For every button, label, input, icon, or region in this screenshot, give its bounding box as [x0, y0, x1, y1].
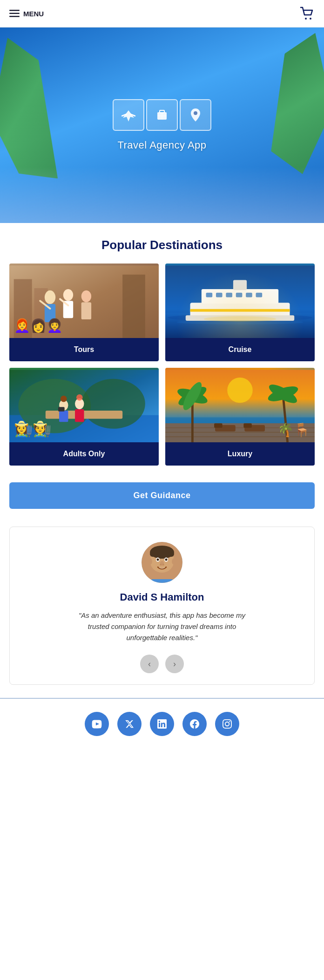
svg-point-16 [63, 289, 73, 301]
x-twitter-icon [125, 719, 134, 729]
svg-rect-30 [216, 293, 223, 297]
svg-point-37 [204, 316, 277, 322]
x-twitter-button[interactable] [117, 712, 142, 736]
svg-point-24 [168, 314, 312, 321]
destinations-grid: Tours [9, 264, 315, 466]
svg-rect-29 [206, 293, 213, 297]
avatar [142, 542, 182, 583]
logo-tile-plane [113, 99, 144, 131]
svg-rect-32 [236, 293, 243, 297]
hero-section: Travel Agency App [0, 27, 324, 223]
svg-point-25 [176, 320, 303, 324]
next-arrow-button[interactable]: › [165, 655, 184, 673]
testimonial-navigation: ‹ › [140, 655, 184, 673]
svg-point-75 [165, 559, 168, 561]
luxury-image [165, 368, 315, 442]
tours-button[interactable]: Tours [9, 338, 159, 361]
svg-point-51 [227, 378, 252, 403]
svg-rect-13 [122, 275, 145, 338]
testimonial-name: David S Hamilton [120, 591, 204, 603]
svg-point-45 [61, 396, 67, 402]
get-guidance-button[interactable]: Get Guidance [9, 482, 315, 509]
youtube-button[interactable] [85, 712, 109, 736]
svg-point-9 [194, 111, 197, 115]
logo-tiles [113, 99, 211, 131]
social-links [0, 699, 324, 751]
svg-rect-22 [165, 265, 315, 338]
linkedin-button[interactable] [150, 712, 174, 736]
prev-arrow-button[interactable]: ‹ [140, 655, 159, 673]
palm-right-decoration [256, 27, 324, 177]
svg-rect-28 [202, 289, 278, 304]
adults-only-card: Adults Only [9, 368, 159, 466]
svg-rect-65 [214, 423, 223, 428]
svg-point-41 [82, 379, 145, 429]
svg-point-77 [160, 564, 162, 566]
svg-point-80 [172, 558, 176, 565]
svg-rect-27 [186, 315, 294, 321]
svg-rect-71 [150, 551, 174, 557]
adults-only-button[interactable]: Adults Only [9, 442, 159, 466]
hamburger-icon [9, 10, 20, 17]
youtube-icon [92, 719, 102, 729]
svg-rect-23 [165, 313, 315, 338]
svg-point-4 [310, 18, 311, 20]
logo-tile-mappin [180, 99, 211, 131]
svg-point-48 [76, 394, 83, 401]
svg-rect-2 [9, 16, 20, 17]
menu-button[interactable]: MENU [9, 10, 44, 18]
cruise-image [165, 264, 315, 338]
svg-point-18 [81, 291, 91, 302]
avatar-image [142, 542, 182, 583]
menu-label: MENU [23, 10, 44, 18]
svg-rect-26 [190, 303, 290, 318]
svg-rect-36 [190, 309, 290, 312]
svg-point-78 [162, 564, 164, 566]
instagram-button[interactable] [215, 712, 239, 736]
cruise-card: Cruise [165, 264, 315, 361]
cart-icon [300, 7, 315, 20]
facebook-button[interactable] [182, 712, 207, 736]
logo-tile-luggage [146, 99, 178, 131]
svg-rect-67 [243, 423, 252, 428]
svg-rect-47 [75, 409, 84, 422]
tours-image [9, 264, 159, 338]
svg-point-14 [45, 291, 55, 304]
svg-point-3 [305, 18, 307, 20]
luxury-card: Luxury [165, 368, 315, 466]
svg-rect-0 [9, 10, 20, 11]
instagram-icon [223, 719, 232, 729]
svg-point-74 [157, 559, 159, 561]
hero-logo: Travel Agency App [113, 99, 211, 151]
clouds-decoration [0, 167, 324, 223]
svg-rect-44 [59, 411, 68, 422]
svg-rect-1 [9, 13, 20, 14]
facebook-icon [190, 719, 199, 729]
hero-title: Travel Agency App [117, 139, 206, 151]
guidance-section: Get Guidance [0, 475, 324, 522]
cruise-button[interactable]: Cruise [165, 338, 315, 361]
tours-card: Tours [9, 264, 159, 361]
section-title: Popular Destinations [9, 238, 315, 252]
svg-rect-35 [233, 280, 247, 290]
cart-button[interactable] [300, 7, 315, 20]
svg-rect-31 [226, 293, 232, 297]
destinations-section: Popular Destinations [0, 223, 324, 475]
svg-rect-49 [58, 407, 65, 412]
svg-rect-34 [256, 293, 263, 297]
svg-point-79 [148, 558, 152, 565]
svg-rect-19 [81, 302, 91, 319]
svg-rect-53 [165, 423, 315, 442]
luxury-button[interactable]: Luxury [165, 442, 315, 466]
linkedin-icon [157, 719, 167, 729]
svg-rect-11 [14, 279, 32, 338]
adults-only-image [9, 368, 159, 442]
svg-rect-33 [246, 293, 252, 297]
testimonial-quote: "As an adventure enthusiast, this app ha… [69, 610, 255, 643]
testimonial-section: David S Hamilton "As an adventure enthus… [9, 527, 315, 685]
top-nav: MENU [0, 0, 324, 27]
svg-rect-82 [151, 579, 173, 583]
